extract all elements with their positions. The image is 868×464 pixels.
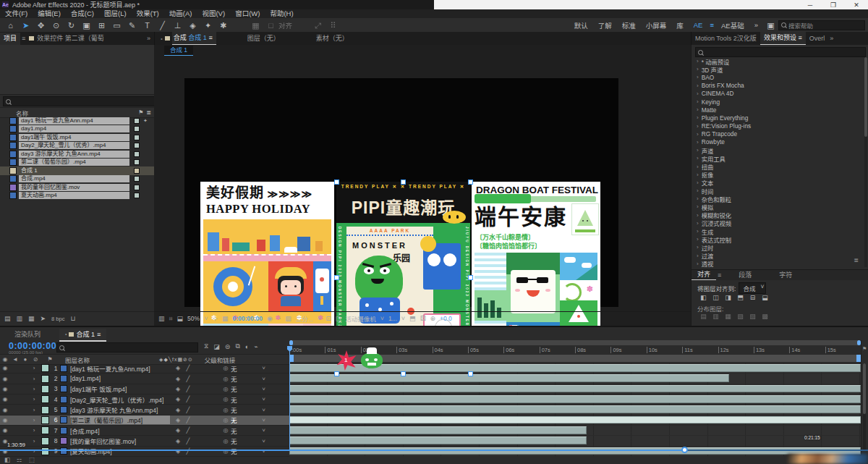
expander-icon[interactable]: › (697, 187, 699, 194)
expander-icon[interactable]: › (697, 228, 699, 235)
selection-handle[interactable] (468, 275, 473, 280)
selection-handle[interactable] (401, 180, 406, 185)
expander-icon[interactable]: › (697, 164, 699, 170)
expander-icon[interactable]: › (697, 220, 699, 227)
distribute-top-button[interactable]: ▤ (697, 313, 710, 320)
timeline-button-icon[interactable]: ⊕ (430, 315, 435, 322)
menu-item[interactable]: 视图(V) (197, 9, 230, 18)
effects-category-row[interactable]: › 过时 (693, 243, 861, 251)
effects-category-row[interactable]: › 过渡 (693, 252, 861, 260)
parent-value[interactable]: 无 (231, 426, 237, 435)
workspace-standard[interactable]: 标准 (617, 20, 641, 30)
expander-icon[interactable]: › (697, 66, 699, 72)
expander-icon[interactable]: › (697, 131, 699, 138)
project-file-row[interactable]: 合成 1 ✦ (0, 166, 154, 175)
align-right-button[interactable]: ◨ (722, 294, 734, 301)
home-tool[interactable]: ⌂ (3, 19, 18, 32)
quality-switch-icon[interactable]: ╱ (183, 365, 193, 371)
effects-category-row[interactable]: › 沉浸式视频 (693, 219, 861, 227)
tab-overlord[interactable]: Overl (806, 33, 829, 45)
file-checkbox[interactable] (134, 168, 140, 174)
note-icon[interactable]: ≣ (143, 109, 154, 116)
parent-dropdown-icon[interactable]: ˅ (259, 365, 269, 371)
effects-category-row[interactable]: › 模糊和锐化 (693, 211, 861, 219)
parent-pickwhip-icon[interactable]: ◎ (221, 376, 231, 382)
label-color-chip[interactable] (41, 406, 49, 414)
menu-item[interactable]: 文件(F) (0, 9, 33, 18)
layer-expander-icon[interactable]: › (29, 376, 39, 382)
preview-monitor-icon[interactable]: ⬓ (177, 315, 184, 322)
parent-pickwhip-icon[interactable]: ◎ (221, 417, 231, 423)
effects-category-row[interactable]: › 杂色和颗粒 (693, 195, 861, 203)
expander-icon[interactable]: › (697, 123, 699, 130)
collapse-switch-icon[interactable]: ◈ (173, 386, 183, 392)
selection-handle[interactable] (334, 275, 339, 280)
layer-duration-bar[interactable] (289, 374, 729, 382)
distribute-left-button[interactable]: ▧ (734, 313, 746, 320)
shape-tool[interactable]: ▭ (109, 19, 124, 32)
file-checkbox[interactable] (134, 176, 140, 182)
layer-duration-bar[interactable] (289, 447, 861, 455)
timeline-layer-row[interactable]: ◉ › 2 [day1.mp4] ◈ ╱ ◎ 无 ˅ (0, 374, 289, 384)
label-color-chip[interactable] (41, 385, 49, 393)
channels-icon[interactable]: ▨ (285, 315, 292, 322)
name-column-label[interactable]: 名称 (0, 109, 28, 117)
timeline-layer-row[interactable]: ◉ › 5 [day3 游乐摩天轮 九鱼Ann.mp4] ◈ ╱ ◎ 无 ˅ (0, 405, 289, 415)
expand-icon[interactable]: ⤢ (310, 19, 326, 32)
expander-icon[interactable]: › (697, 155, 699, 161)
expander-icon[interactable]: › (697, 90, 699, 97)
time-navigator[interactable] (289, 340, 861, 345)
workspace-small-screen[interactable]: 小屏幕 (641, 20, 672, 30)
label-color-chip[interactable] (41, 437, 49, 445)
comp-canvas[interactable]: 美好假期 ≫≫≫≫ HAPPY HOLIDAY (184, 78, 618, 307)
playhead-line[interactable] (289, 346, 290, 450)
comp-mini-flowchart-icon[interactable]: ⧖ (204, 342, 208, 350)
expander-icon[interactable]: › (697, 261, 699, 267)
menu-item[interactable]: 图层(L) (99, 9, 132, 18)
parent-value[interactable]: 无 (231, 374, 237, 383)
workspace-ae-basic[interactable]: AE基础 (716, 20, 749, 30)
effects-category-row[interactable]: › Boris FX Mocha (693, 82, 861, 90)
effects-category-row[interactable]: › Matte (693, 106, 861, 114)
visibility-eye-icon[interactable]: ◉ (0, 417, 10, 423)
expander-icon[interactable]: › (697, 195, 699, 202)
workspace-default[interactable]: 默认 (569, 20, 593, 30)
parent-pickwhip-icon[interactable]: ◎ (221, 396, 231, 402)
expander-icon[interactable]: › (697, 244, 699, 250)
file-checkbox[interactable] (134, 135, 140, 140)
zoom-tool[interactable]: ⊙ (48, 19, 64, 32)
pixel-aspect-icon[interactable]: ⬒ (409, 315, 416, 322)
align-checkbox[interactable]: □ (263, 19, 278, 32)
effects-category-row[interactable]: › 透视 (693, 260, 861, 268)
tab-layer[interactable]: 图层（无） (244, 33, 284, 45)
distribute-bottom-button[interactable]: ▦ (722, 313, 734, 320)
camera-tool[interactable]: ▣ (79, 19, 94, 32)
effects-category-row[interactable]: › BAO (693, 73, 861, 81)
bpc-label[interactable]: 8 bpc (51, 316, 64, 322)
menu-item[interactable]: 窗口(W) (230, 9, 265, 18)
visibility-eye-icon[interactable]: ◉ (0, 396, 10, 402)
layer-duration-bar[interactable] (289, 426, 587, 434)
effects-category-row[interactable]: › 表达式控制 (693, 235, 861, 243)
eraser-tool[interactable]: ◈ (185, 19, 200, 32)
quality-switch-icon[interactable]: ╱ (183, 427, 193, 434)
video-progress-track[interactable] (0, 450, 868, 451)
fast-previews-icon[interactable]: ⚄ (420, 315, 426, 322)
layer-expander-icon[interactable]: › (29, 386, 39, 392)
menu-item[interactable]: 合成(C) (66, 9, 99, 18)
roto-brush-tool[interactable]: ✦ (200, 19, 216, 32)
file-checkbox[interactable] (134, 143, 140, 148)
effects-tabs-overflow-icon[interactable]: » (828, 33, 835, 45)
rotation-tool[interactable]: ↻ (64, 19, 79, 32)
layer-expander-icon[interactable]: › (29, 417, 39, 423)
project-file-row[interactable]: 第二课（葡萄乐园）.mp4 ✦ (0, 159, 154, 167)
timeline-layer-row[interactable]: ◉ › 3 [day1端午 饭饭.mp4] ◈ ╱ ◎ 无 ˅ (0, 384, 289, 395)
parent-dropdown-icon[interactable]: ˅ (259, 386, 269, 392)
tab-motion-tools[interactable]: Motion Tools 2汉化版 (692, 33, 760, 45)
align-bottom-button[interactable]: ⬓ (759, 294, 771, 301)
expander-icon[interactable]: › (697, 147, 699, 153)
effects-tab-menu-icon[interactable]: ≡ (798, 34, 801, 41)
view-layout-select[interactable]: 1... (388, 315, 397, 322)
file-checkbox[interactable] (134, 118, 140, 124)
layer-name[interactable]: [我的童年回忆图鉴.mov] (70, 436, 170, 445)
